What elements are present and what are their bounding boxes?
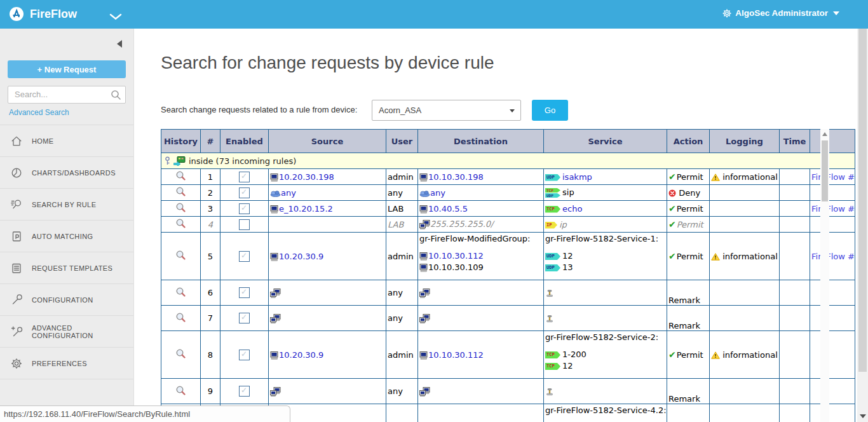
sidebar-item-label: CHARTS/DASHBOARDS [32, 169, 116, 177]
enabled-checkbox[interactable] [239, 350, 250, 360]
history-magnifier-icon[interactable] [175, 315, 186, 325]
user-menu[interactable]: AlgoSec Administrator [722, 8, 839, 18]
user-value: admin [386, 331, 418, 379]
table-scrollbar[interactable] [820, 129, 829, 422]
history-magnifier-icon[interactable] [175, 189, 186, 199]
source-value[interactable]: 10.20.30.198 [279, 172, 334, 182]
action-cell: Remark [667, 280, 710, 306]
fireflow-logo-icon [9, 6, 24, 22]
history-magnifier-icon[interactable] [175, 174, 186, 183]
source-value[interactable]: 10.20.30.9 [279, 252, 323, 261]
destination-value[interactable]: 10.40.5.5 [428, 204, 468, 214]
destination-value[interactable]: 10.10.30.112 [428, 251, 484, 261]
search-input[interactable] [13, 89, 111, 100]
table-row: 6anyRemark [161, 280, 855, 306]
logging-cell [710, 404, 780, 422]
source-value[interactable]: e_10.20.15.2 [279, 204, 333, 214]
enabled-checkbox[interactable] [239, 187, 250, 198]
service-value: 13 [562, 262, 573, 272]
udp-protocol-icon: UDP [545, 253, 560, 260]
action-cell: ✔Permit [667, 217, 710, 233]
advanced-search-link[interactable]: Advanced Search [9, 108, 69, 117]
enabled-checkbox[interactable] [239, 313, 250, 323]
fireflow-ticket-link[interactable]: FireFlow # [811, 204, 855, 214]
action-cell [667, 404, 710, 422]
host-icon [419, 252, 428, 261]
source-value[interactable]: 10.20.30.9 [279, 350, 323, 360]
history-magnifier-icon[interactable] [175, 253, 186, 262]
source-value[interactable]: any [281, 188, 296, 198]
history-magnifier-icon[interactable] [175, 205, 186, 215]
enabled-checkbox[interactable] [239, 203, 250, 214]
destination-value[interactable]: 10.10.30.198 [428, 172, 484, 182]
history-magnifier-icon[interactable] [175, 290, 186, 299]
action-cell: ✔Permit [667, 169, 710, 185]
time-cell [780, 280, 810, 306]
device-select[interactable]: Acorn_ASA [372, 100, 521, 121]
fireflow-ticket-link[interactable]: FireFlow # [811, 172, 855, 182]
table-scrollbar-thumb[interactable] [822, 140, 828, 201]
service-value[interactable]: echo [562, 204, 582, 214]
logging-cell [710, 217, 780, 233]
host-icon [270, 205, 279, 214]
destination-value[interactable]: 10.10.30.112 [428, 350, 484, 360]
action-cell: Remark [667, 379, 710, 404]
go-button[interactable]: Go [532, 100, 568, 121]
action-label: Permit [677, 172, 703, 182]
service-group-label: gr-FireFlow-5182-Service-2: [545, 332, 665, 342]
service-value: 1-200 [562, 350, 587, 359]
enabled-checkbox[interactable] [239, 219, 250, 230]
collapse-sidebar-icon[interactable] [117, 40, 122, 48]
enabled-checkbox[interactable] [239, 172, 250, 182]
host-icon [270, 174, 279, 182]
service-value: sip [562, 187, 574, 197]
page-scrollbar-thumb[interactable] [858, 29, 867, 372]
main-content: Search for change requests by device rul… [134, 29, 857, 422]
destination-value[interactable]: any [430, 188, 445, 198]
enabled-checkbox[interactable] [239, 287, 250, 298]
service-value[interactable]: isakmp [562, 172, 592, 182]
sidebar-item-search-by-rule[interactable]: SEARCH BY RULE [0, 188, 133, 220]
sidebar-item-request-templates[interactable]: REQUEST TEMPLATES [0, 252, 133, 283]
action-label: Permit [677, 204, 703, 214]
sidebar-item-preferences[interactable]: PREFERENCES [0, 347, 133, 379]
history-magnifier-icon[interactable] [175, 221, 186, 231]
new-request-button[interactable]: + New Request [8, 60, 126, 78]
user-value: LAB [386, 201, 418, 217]
history-magnifier-icon[interactable] [175, 388, 186, 398]
chevron-down-icon[interactable] [109, 11, 122, 22]
sidebar-item-auto-matching[interactable]: AUTO MATCHING [0, 220, 133, 252]
table-row: 510.20.30.9admingr-FireFlow-ModifiedGrou… [161, 233, 855, 280]
action-cell: ✔Permit [667, 233, 710, 280]
network-icon [419, 387, 430, 397]
warning-icon [711, 174, 720, 181]
logging-cell: informational [710, 233, 780, 280]
sidebar-item-label: HOME [32, 137, 54, 145]
sidebar-item-advanced-configuration[interactable]: ADVANCED CONFIGURATION [0, 315, 133, 347]
sidebar-item-configuration[interactable]: CONFIGURATION [0, 283, 133, 315]
page-scrollbar[interactable] [857, 29, 868, 422]
tcp-protocol-icon: TCP [545, 206, 560, 213]
rule-number: 3 [201, 201, 220, 217]
sidebar-item-home[interactable]: HOME [0, 125, 133, 156]
gear-icon [722, 9, 731, 18]
column-header-blank [810, 130, 855, 153]
enabled-checkbox[interactable] [239, 251, 250, 262]
sidebar-item-label: CONFIGURATION [32, 296, 93, 304]
scroll-up-icon[interactable] [822, 132, 827, 136]
fireflow-ticket-link[interactable]: FireFlow # [811, 252, 855, 261]
sidebar-item-label: REQUEST TEMPLATES [32, 264, 112, 272]
history-magnifier-icon[interactable] [175, 351, 186, 361]
scroll-down-icon[interactable] [860, 414, 866, 418]
network-icon [270, 314, 281, 323]
service-group-label: gr-FireFlow-5182-Service-4.2: [545, 405, 665, 415]
tcp-udp-protocol-icon: TCPUDP [545, 188, 560, 198]
host-icon [270, 351, 279, 360]
interface-icon [173, 156, 186, 166]
destination-value: 255.255.255.0/ [430, 219, 494, 229]
user-value: any [386, 280, 418, 306]
advanced-configuration-icon [10, 325, 23, 338]
sidebar-item-charts-dashboards[interactable]: CHARTS/DASHBOARDS [0, 156, 133, 188]
search-device-label: Search change requests related to a rule… [161, 105, 357, 114]
enabled-checkbox[interactable] [239, 386, 250, 397]
